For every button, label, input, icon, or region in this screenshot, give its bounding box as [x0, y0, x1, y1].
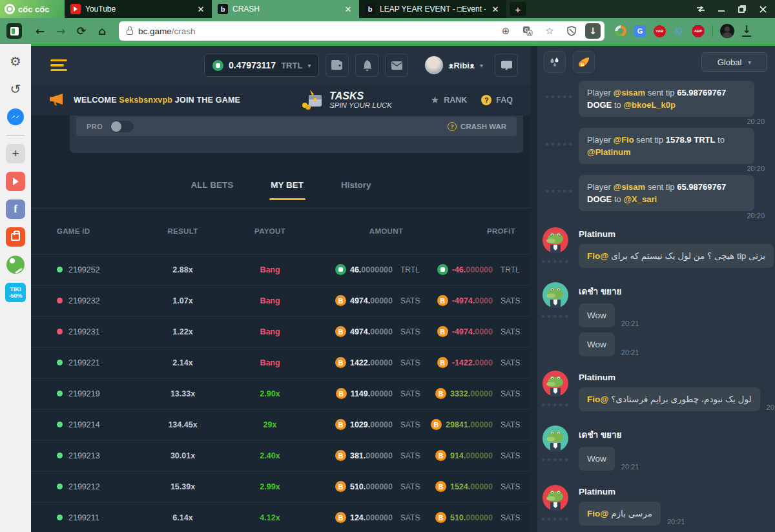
new-tab-button[interactable]: +: [510, 2, 526, 16]
translate-icon[interactable]: GA: [519, 23, 536, 39]
rank-link[interactable]: ★RANK: [431, 94, 468, 106]
browser-toolbar: ← → ⟳ ⌂ bc.game/crash ⊕ GA ☆ ↓ G YAB IQ …: [0, 18, 775, 44]
zoom-icon[interactable]: ⊕: [497, 23, 514, 39]
avatar[interactable]: [542, 503, 568, 513]
facebook-shortcut-icon[interactable]: f: [6, 200, 25, 219]
reload-button[interactable]: ⟳: [72, 22, 90, 40]
chat-username[interactable]: เดชำ ขยาย: [579, 284, 766, 298]
chat-user-column: ★★★★★: [542, 227, 579, 268]
rain-icon[interactable]: [544, 51, 566, 73]
chat-message: ★★★★★เดชำ ขยายWow20:21: [542, 425, 766, 471]
table-row[interactable]: 2199213 30.01x 2.40x B381.000000 SATS B9…: [31, 440, 531, 471]
message-timestamp: 20:21: [621, 320, 639, 327]
address-bar[interactable]: bc.game/crash ⊕ GA ☆ ↓: [119, 21, 604, 41]
tab-close-icon[interactable]: ✕: [196, 5, 206, 14]
add-shortcut-button[interactable]: +: [6, 144, 25, 163]
download-active-button[interactable]: ↓: [585, 23, 601, 39]
home-button[interactable]: ⌂: [93, 22, 111, 40]
table-row[interactable]: 2199232 1.07x Bang B4974.00000 SATS B-49…: [31, 285, 531, 316]
chat-username[interactable]: Platinum: [579, 229, 775, 239]
messenger-icon[interactable]: [6, 107, 25, 127]
faq-link[interactable]: ?FAQ: [481, 95, 513, 105]
wallet-button[interactable]: [326, 54, 349, 77]
tab-all-bets[interactable]: ALL BETS: [191, 180, 233, 200]
profit-unit: SATS: [493, 482, 522, 491]
coccoc-savior-extension-icon[interactable]: [612, 23, 629, 39]
notifications-bell-button[interactable]: [355, 54, 378, 77]
compact-mode-icon[interactable]: [691, 1, 710, 17]
mention-username[interactable]: @sisam: [613, 182, 645, 192]
table-row[interactable]: 2199212 15.39x 2.99x B510.000000 SATS B1…: [31, 471, 531, 502]
messages-mail-button[interactable]: [385, 54, 408, 77]
tab-close-icon[interactable]: ✕: [490, 5, 501, 14]
tiki-sale-shortcut-icon[interactable]: TIKI-50%: [5, 283, 26, 302]
iq-extension-icon[interactable]: IQ: [670, 23, 687, 39]
avatar[interactable]: [542, 389, 568, 398]
table-row[interactable]: 2199252 2.88x Bang 46.0000000 TRTL -46.0…: [31, 254, 531, 285]
crash-war-link[interactable]: ? CRASH WAR: [448, 122, 506, 131]
result-dot: [57, 329, 63, 334]
minimize-button[interactable]: [712, 1, 731, 17]
result-dot: [57, 267, 63, 272]
tab-crash[interactable]: b CRASH ✕: [212, 0, 359, 18]
sidebar-toggle-icon[interactable]: [6, 23, 22, 39]
account-menu[interactable]: ᴥRibiᴥ ▾: [425, 56, 483, 74]
shopee-shortcut-icon[interactable]: [6, 227, 25, 247]
balance-selector[interactable]: 0.47973117 TRTL ▾: [204, 54, 319, 77]
tab-history[interactable]: History: [341, 180, 371, 200]
avatar[interactable]: [542, 300, 568, 310]
coccoc-logo[interactable]: cốc cốc: [0, 0, 65, 18]
table-row[interactable]: 2199211 6.14x 4.12x B124.000000 SATS B51…: [31, 502, 531, 532]
pro-toggle[interactable]: [110, 121, 134, 132]
game-id: 2199231: [68, 327, 100, 336]
chat-username[interactable]: Platinum: [579, 373, 775, 382]
welcomed-player-name[interactable]: Seksbsnxvpb: [119, 96, 172, 105]
tab-youtube[interactable]: YouTube ✕: [65, 0, 212, 18]
amount-unit: SATS: [393, 513, 425, 522]
youtube-shortcut-icon[interactable]: [6, 172, 25, 191]
tab-close-icon[interactable]: ✕: [343, 5, 353, 14]
tab-my-bet[interactable]: MY BET: [271, 180, 304, 200]
avatar[interactable]: [542, 444, 568, 453]
chat-toggle-button[interactable]: [495, 54, 518, 77]
mention-username[interactable]: @bkoeL_k0p: [623, 100, 676, 110]
translate-extension-icon[interactable]: G: [632, 23, 648, 39]
tab-leap-year-event[interactable]: b LEAP YEAR EVENT - □Event - C ✕: [359, 0, 506, 18]
game-id: 2199214: [68, 420, 100, 429]
back-button[interactable]: ←: [31, 22, 49, 40]
chevron-down-icon: ▾: [307, 62, 311, 69]
table-row[interactable]: 2199214 134.45x 29x B1029.00000 SATS B29…: [31, 409, 531, 440]
bets-tab-bar: ALL BETS MY BET History: [31, 180, 531, 200]
adblock-shield-icon[interactable]: [563, 23, 580, 39]
tasks-banner[interactable]: TASKS SPIN YOUR LUCK: [300, 88, 392, 112]
downloads-icon[interactable]: ↓: [738, 23, 755, 39]
mention-username[interactable]: @Fio: [587, 394, 608, 404]
chat-username[interactable]: เดชำ ขยาย: [579, 427, 766, 442]
chat-channel-select[interactable]: Global ▾: [701, 52, 767, 72]
bookmark-star-icon[interactable]: ☆: [541, 23, 558, 39]
mention-username[interactable]: @Platinum: [587, 147, 631, 157]
settings-gear-icon[interactable]: ⚙: [6, 52, 25, 71]
profile-avatar-icon[interactable]: [719, 23, 736, 39]
chat-username[interactable]: Platinum: [579, 487, 766, 496]
fireball-icon[interactable]: B: [573, 51, 595, 73]
history-icon[interactable]: ↺: [6, 79, 25, 99]
table-row[interactable]: 2199221 2.14x Bang B1422.00000 SATS B-14…: [31, 347, 531, 378]
lock-icon[interactable]: [127, 30, 133, 35]
table-row[interactable]: 2199219 13.33x 2.90x B1149.00000 SATS B3…: [31, 378, 531, 409]
yab-extension-icon[interactable]: YAB: [651, 23, 668, 39]
mention-username[interactable]: @Fio: [613, 135, 634, 145]
table-row[interactable]: 2199231 1.22x Bang B4974.00000 SATS B-49…: [31, 316, 531, 347]
mention-username[interactable]: @sisam: [613, 88, 645, 97]
forward-button[interactable]: →: [52, 22, 70, 40]
url-text[interactable]: bc.game/crash: [138, 26, 492, 36]
restore-button[interactable]: [732, 1, 752, 17]
coccoc-shortcut-icon[interactable]: [6, 255, 25, 274]
mention-username[interactable]: @Fio: [587, 509, 608, 518]
close-window-button[interactable]: [753, 1, 772, 17]
mention-username[interactable]: @Fio: [587, 251, 608, 261]
avatar[interactable]: [542, 245, 568, 255]
menu-hamburger-icon[interactable]: [50, 59, 67, 72]
mention-username[interactable]: @X_sari: [623, 194, 657, 204]
abp-extension-icon[interactable]: ABP: [690, 23, 707, 39]
